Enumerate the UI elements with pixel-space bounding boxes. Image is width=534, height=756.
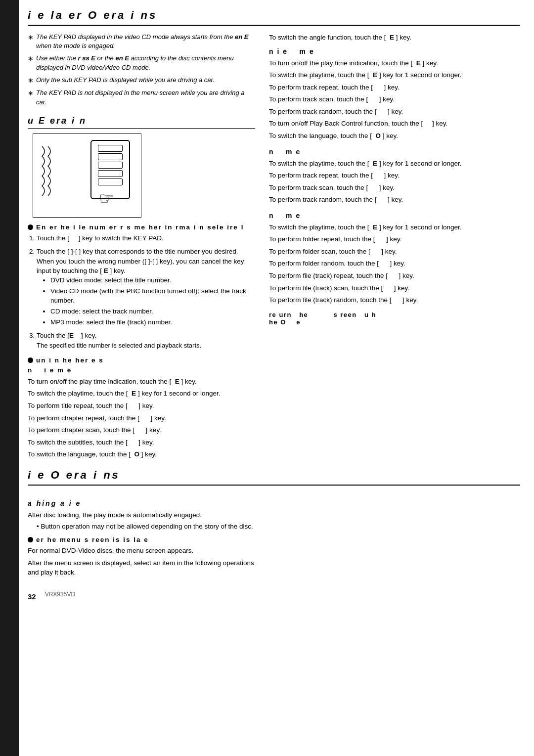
right-r3-item-1: To switch the playtime, touch the [ E ] …: [269, 222, 520, 232]
key-rect-2: [98, 153, 123, 160]
right-r3-item-3: To perform folder scan, touch the [ ] ke…: [269, 247, 520, 257]
bullet-circle-1: [28, 224, 33, 230]
sub-heading-nie-me: n i e m e: [28, 366, 255, 374]
num-item-1: Touch the [ ] key to switch the KEY PAD.: [37, 233, 255, 243]
page-number: 32: [28, 592, 36, 601]
sub-title-left: u E era i n: [28, 116, 255, 129]
left-nie-item-7: To switch the language, touch the [ O ] …: [28, 449, 255, 459]
note-star-2: ∗: [28, 54, 34, 72]
note-star-4: ∗: [28, 89, 34, 106]
bottom-left-col: a hing a i e After disc loading, the pla…: [28, 492, 255, 601]
bullet-heading-text-1: En er he i le num er r s me her in rma i…: [36, 223, 244, 231]
right-heading-1: n i e m e: [269, 47, 520, 55]
numbered-list: Touch the [ ] key to switch the KEY PAD.…: [37, 233, 255, 351]
right-r3-item-4: To perform folder random, touch the [ ] …: [269, 259, 520, 268]
model-number: VRX935VD: [45, 591, 75, 598]
num-item-3: Touch the [E ] key. The specified title …: [37, 331, 255, 350]
bottom-left-text-3: After the menu screen is displayed, sele…: [28, 558, 255, 578]
top-two-col: ∗ The KEY PAD displayed in the video CD …: [28, 33, 520, 462]
bullet-heading-2: un i n he her e s: [28, 356, 255, 364]
right-r1-item-5: To perform track random, touch the [ ] k…: [269, 107, 520, 117]
right-r3-item-6: To perform file (track) scan, touch the …: [269, 283, 520, 293]
dot-item-3: CD mode: select the track number.: [50, 307, 255, 316]
bottom-left-heading-2: er he menu s reen is is la e: [36, 536, 149, 543]
left-nie-item-3: To perform title repeat, touch the [ ] k…: [28, 401, 255, 411]
bullet-heading-1: En er he i le num er r s me her in rma i…: [28, 223, 255, 231]
note-item-3: ∗ Only the sub KEY PAD is displayed whil…: [28, 76, 255, 86]
note-text-1: The KEY PAD displayed in the video CD mo…: [36, 33, 255, 50]
dot-item-4: MP3 mode: select the file (track) number…: [50, 318, 255, 327]
right-heading-3: n m e: [269, 212, 520, 220]
keypad-lines-svg: [37, 141, 77, 206]
note-text-2: Use either the r ss E or the en E accord…: [36, 54, 255, 72]
right-column: To switch the angle function, touch the …: [269, 33, 520, 462]
note-item-4: ∗ The KEY PAD is not displayed in the me…: [28, 89, 255, 106]
return-heading: re urn he s reen u h he O e: [269, 311, 520, 326]
right-r2-item-2: To perform track repeat, touch the [ ] k…: [269, 171, 520, 180]
right-angle-text: To switch the angle function, touch the …: [269, 33, 520, 43]
dot-item-1: DVD video mode: select the title number.: [50, 276, 255, 285]
bottom-left-bullet-1: • Button operation may not be allowed de…: [37, 522, 255, 530]
dot-item-2: Video CD mode (with the PBC function tur…: [50, 287, 255, 306]
right-heading-2: n m e: [269, 148, 520, 156]
left-nie-item-6: To switch the subtitles, touch the [ ] k…: [28, 438, 255, 447]
notes-section: ∗ The KEY PAD displayed in the video CD …: [28, 33, 255, 107]
right-r2-item-4: To perform track random, touch the [ ] k…: [269, 195, 520, 205]
right-r1-item-2: To switch the playtime, touch the [ E ] …: [269, 70, 520, 80]
note-item-1: ∗ The KEY PAD displayed in the video CD …: [28, 33, 255, 50]
right-r2-item-3: To perform track scan, touch the [ ] key…: [269, 183, 520, 193]
left-nie-item-5: To perform chapter scan, touch the [ ] k…: [28, 425, 255, 435]
key-rect-1: [98, 145, 123, 152]
right-r3-item-5: To perform file (track) repeat, touch th…: [269, 271, 520, 281]
page: i e la er O era i ns ∗ The KEY PAD displ…: [0, 0, 534, 756]
hand-icon: ☞: [99, 188, 114, 208]
note-star-3: ∗: [28, 76, 34, 86]
bullet-circle-2: [28, 357, 33, 363]
dot-list: DVD video mode: select the title number.…: [50, 276, 255, 327]
bullet-circle-3: [28, 537, 33, 542]
key-rect-4: [98, 170, 123, 177]
left-sidebar: [0, 0, 19, 756]
left-nie-item-4: To perform chapter repeat, touch the [ ]…: [28, 413, 255, 423]
main-title: i e la er O era i ns: [28, 9, 520, 26]
right-r2-item-1: To switch the playtime, touch the [ E ] …: [269, 159, 520, 169]
left-nie-item-2: To switch the playtime, touch the [ E ] …: [28, 389, 255, 399]
key-rect-3: [98, 162, 123, 169]
right-r3-item-2: To perform folder repeat, touch the [ ] …: [269, 234, 520, 244]
bottom-section-title: i e O era i ns: [28, 469, 520, 486]
right-r1-item-4: To perform track scan, touch the [ ] key…: [269, 94, 520, 104]
bottom-left-text-2: For normal DVD-Video discs, the menu scr…: [28, 546, 255, 556]
bottom-two-col: a hing a i e After disc loading, the pla…: [28, 492, 520, 601]
right-r3-item-7: To perform file (track) random, touch th…: [269, 295, 520, 305]
bullet-heading-text-2: un i n he her e s: [36, 356, 104, 364]
right-r1-item-6: To turn on/off Play Back Control functio…: [269, 119, 520, 129]
right-r1-item-7: To switch the language, touch the [ O ] …: [269, 131, 520, 141]
left-nie-item-1: To turn on/off the play time indication,…: [28, 377, 255, 387]
bottom-section: i e O era i ns a hing a i e After disc l…: [28, 469, 520, 601]
footer-row: 32 VRX935VD: [28, 587, 255, 601]
note-item-2: ∗ Use either the r ss E or the en E acco…: [28, 54, 255, 72]
bottom-left-heading-2-wrapper: er he menu s reen is is la e: [28, 536, 255, 543]
note-star-1: ∗: [28, 33, 34, 50]
key-rect-5: [98, 178, 123, 185]
main-content: i e la er O era i ns ∗ The KEY PAD displ…: [19, 0, 534, 756]
note-text-4: The KEY PAD is not displayed in the menu…: [36, 89, 255, 106]
note-text-3: Only the sub KEY PAD is displayed while …: [36, 76, 255, 86]
left-column: ∗ The KEY PAD displayed in the video CD …: [28, 33, 255, 462]
bottom-right-col: [269, 492, 520, 601]
num-item-2: Touch the [ ]-[ ] key that corresponds t…: [37, 247, 255, 327]
bottom-left-title: a hing a i e: [28, 499, 255, 507]
right-r1-item-3: To perform track repeat, touch the [ ] k…: [269, 83, 520, 92]
right-r1-item-1: To turn on/off the play time indication,…: [269, 58, 520, 68]
keypad-illustration: ☞: [33, 133, 141, 218]
bottom-left-text-1: After disc loading, the play mode is aut…: [28, 510, 255, 520]
